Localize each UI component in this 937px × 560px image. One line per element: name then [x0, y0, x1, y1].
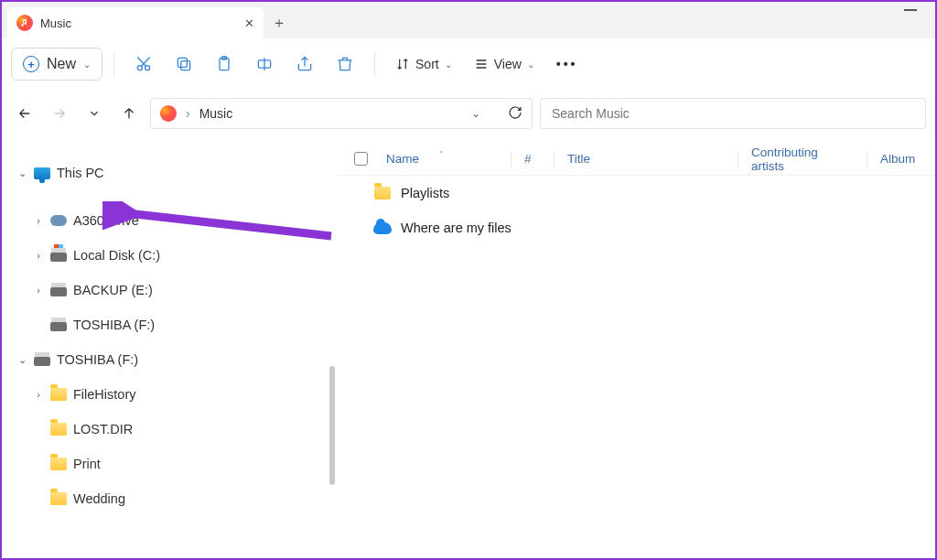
folder-icon: [49, 385, 68, 404]
column-header: Name˄ # Title Contributing artists Album: [337, 143, 935, 176]
new-tab-button[interactable]: ＋: [264, 7, 295, 38]
file-name: Where are my files: [401, 221, 512, 235]
expand-icon[interactable]: ›: [29, 250, 48, 261]
file-row-playlists[interactable]: Playlists: [337, 176, 935, 210]
chevron-down-icon: ⌄: [83, 59, 91, 70]
sort-icon: [395, 57, 410, 71]
folder-icon: [373, 185, 392, 201]
collapse-icon[interactable]: ⌄: [13, 167, 31, 179]
content-pane: Name˄ # Title Contributing artists Album…: [337, 137, 935, 558]
sidebar-item-toshiba-1[interactable]: TOSHIBA (F:): [9, 307, 324, 342]
sidebar-label: BACKUP (E:): [73, 283, 153, 297]
back-button[interactable]: [11, 100, 38, 127]
view-button[interactable]: View ⌄: [465, 48, 544, 81]
expand-icon[interactable]: ›: [29, 215, 48, 226]
search-box[interactable]: [540, 98, 926, 129]
file-row-where-are-my-files[interactable]: Where are my files: [337, 210, 935, 245]
recent-button[interactable]: [81, 100, 108, 127]
sidebar: ⌄ This PC › A360 Drive › Local Disk (C:)…: [2, 137, 328, 558]
cloud-icon: [49, 211, 68, 230]
onedrive-icon: [373, 220, 392, 236]
view-icon: [474, 57, 489, 71]
tab-title: Music: [40, 16, 71, 30]
file-name: Playlists: [401, 186, 449, 200]
music-app-icon: [16, 15, 33, 31]
separator: [374, 52, 375, 76]
search-input[interactable]: [552, 106, 914, 121]
more-button[interactable]: •••: [547, 48, 587, 81]
sidebar-label: Print: [73, 457, 101, 471]
rename-button[interactable]: [246, 48, 283, 81]
up-button[interactable]: [115, 100, 143, 127]
new-button-label: New: [47, 56, 76, 72]
column-title[interactable]: Title: [555, 152, 738, 166]
share-button[interactable]: [286, 48, 323, 81]
sidebar-label: Wedding: [73, 491, 125, 506]
sidebar-scrollbar[interactable]: [328, 137, 337, 558]
sort-label: Sort: [415, 57, 439, 71]
sidebar-label: FileHistory: [73, 387, 135, 402]
folder-icon: [49, 490, 68, 508]
copy-button[interactable]: [166, 48, 202, 81]
drive-icon: [33, 350, 51, 369]
column-name[interactable]: Name˄: [373, 152, 511, 166]
chevron-down-icon: ⌄: [527, 59, 534, 70]
monitor-icon: [33, 164, 51, 182]
expand-icon[interactable]: ›: [29, 285, 48, 296]
plus-icon: +: [23, 56, 39, 72]
delete-button[interactable]: [327, 48, 363, 81]
close-tab-icon[interactable]: ✕: [244, 16, 254, 30]
refresh-button[interactable]: [508, 105, 522, 123]
nav-row: › Music ⌄: [2, 90, 935, 137]
drive-icon: [49, 246, 68, 264]
view-label: View: [494, 57, 522, 71]
folder-icon: [49, 420, 68, 438]
chevron-right-icon: ›: [186, 106, 190, 121]
drive-icon: [49, 281, 68, 299]
forward-button[interactable]: [46, 100, 73, 127]
expand-icon[interactable]: ›: [29, 389, 48, 400]
tab-bar: Music ✕ ＋: [2, 2, 935, 38]
sidebar-item-lostdir[interactable]: LOST.DIR: [9, 412, 324, 447]
sidebar-item-wedding[interactable]: Wedding: [9, 481, 324, 516]
tab-music[interactable]: Music ✕: [7, 7, 264, 38]
sidebar-item-print[interactable]: Print: [9, 447, 324, 481]
folder-icon: [49, 455, 68, 473]
svg-rect-3: [178, 58, 187, 67]
window-minimize-button[interactable]: [904, 9, 917, 11]
cut-button[interactable]: [125, 48, 162, 81]
new-button[interactable]: + New ⌄: [11, 48, 102, 81]
sidebar-label: TOSHIBA (F:): [73, 318, 155, 332]
drive-icon: [49, 316, 68, 334]
sidebar-item-this-pc[interactable]: ⌄ This PC: [9, 156, 324, 190]
sidebar-label: TOSHIBA (F:): [57, 352, 138, 367]
sidebar-item-a360[interactable]: › A360 Drive: [9, 203, 324, 238]
svg-rect-2: [181, 61, 190, 70]
sidebar-item-toshiba-2[interactable]: ⌄ TOSHIBA (F:): [9, 342, 324, 377]
sidebar-label: LOST.DIR: [73, 422, 133, 436]
sort-asc-icon: ˄: [439, 150, 444, 159]
sort-button[interactable]: Sort ⌄: [386, 48, 461, 81]
chevron-down-icon: ⌄: [445, 59, 452, 70]
sidebar-item-filehistory[interactable]: › FileHistory: [9, 377, 324, 412]
separator: [113, 52, 114, 76]
music-app-icon: [160, 105, 177, 122]
column-contributing-artists[interactable]: Contributing artists: [738, 145, 867, 173]
paste-button[interactable]: [206, 48, 242, 81]
sidebar-label: A360 Drive: [73, 213, 139, 228]
sidebar-item-backup[interactable]: › BACKUP (E:): [9, 273, 324, 307]
address-path: Music: [199, 106, 233, 121]
address-bar[interactable]: › Music ⌄: [150, 98, 533, 129]
sidebar-label: This PC: [57, 166, 104, 180]
sidebar-label: Local Disk (C:): [73, 248, 160, 263]
toolbar: + New ⌄ Sort ⌄ View ⌄ •••: [2, 38, 935, 90]
column-number[interactable]: #: [512, 152, 554, 166]
column-album[interactable]: Album: [867, 152, 928, 166]
collapse-icon[interactable]: ⌄: [13, 354, 31, 366]
address-dropdown-button[interactable]: ⌄: [471, 107, 480, 120]
select-all-checkbox[interactable]: [348, 152, 373, 166]
sidebar-item-local-disk[interactable]: › Local Disk (C:): [9, 238, 324, 273]
